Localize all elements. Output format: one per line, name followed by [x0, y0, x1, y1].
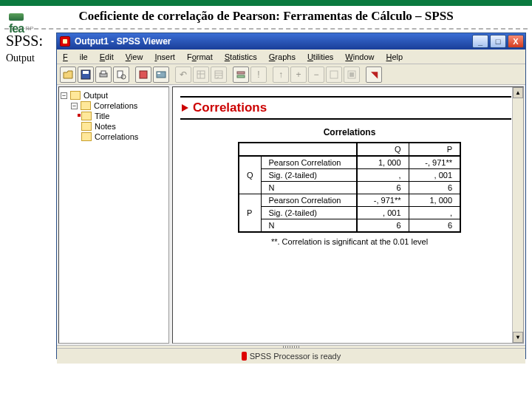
svg-rect-8 [157, 72, 160, 74]
output-pane[interactable]: Correlations Correlations Q P Q Pearson … [172, 86, 524, 344]
variables-icon[interactable] [233, 66, 249, 83]
scroll-down-icon[interactable]: ▼ [513, 332, 523, 343]
menu-graphs[interactable]: Graphs [263, 52, 301, 61]
tree-node-notes[interactable]: Notes [61, 121, 167, 132]
menu-insert[interactable]: Insert [149, 52, 181, 61]
vertical-scrollbar[interactable]: ▲ ▼ [512, 87, 523, 343]
viewer-body: −Output −Correlations Title Notes Correl… [57, 85, 525, 345]
minimize-button[interactable]: _ [472, 35, 488, 48]
row-var-p: P [239, 194, 261, 233]
spss-viewer-window: Output1 - SPSS Viewer _ □ X File Edit Vi… [56, 33, 526, 359]
show-icon[interactable] [344, 66, 360, 83]
svg-rect-6 [140, 71, 147, 78]
val-q-q-pearson: 1, 000 [357, 156, 409, 169]
save-icon[interactable] [78, 66, 94, 83]
menu-view[interactable]: View [120, 52, 149, 61]
col-q: Q [357, 143, 409, 156]
tree-node-output[interactable]: −Output [61, 90, 167, 100]
slide-title: Coeficiente de correlação de Pearson: Fe… [0, 6, 532, 28]
val-q-p-sig: , 001 [409, 169, 460, 182]
window-title: Output1 - SPSS Viewer [75, 36, 171, 47]
label-output: Output [6, 52, 56, 64]
designate-icon[interactable] [326, 66, 342, 83]
undo-icon[interactable]: ↶ [175, 66, 191, 83]
dialog-recall-icon[interactable] [153, 66, 169, 83]
val-p-q-pearson: -, 971** [357, 194, 409, 207]
pin-icon [242, 352, 247, 361]
col-p: P [409, 143, 460, 156]
menu-edit[interactable]: Edit [94, 52, 120, 61]
stat-pearson: Pearson Correlation [261, 156, 357, 169]
divider [4, 28, 528, 30]
menu-file[interactable]: File [57, 52, 94, 61]
val-q-p-n: 6 [409, 182, 460, 194]
row-var-q: Q [239, 156, 261, 194]
stat-sig-2: Sig. (2-tailed) [261, 207, 357, 219]
menu-window[interactable]: Window [339, 52, 380, 61]
slide-accent-bar [0, 0, 532, 6]
status-text: SPSS Processor is ready [250, 352, 341, 361]
table-footnote: **. Correlation is significant at the 0.… [180, 237, 519, 246]
print-icon[interactable] [95, 66, 112, 83]
svg-rect-9 [197, 71, 205, 78]
close-button[interactable]: X [508, 35, 524, 48]
arrow-right-icon [182, 104, 188, 112]
grip-icon [283, 346, 299, 348]
app-icon [60, 36, 70, 47]
val-q-p-pearson: -, 971** [409, 156, 460, 169]
status-bar: SPSS Processor is ready [57, 349, 525, 364]
val-p-q-sig: , 001 [357, 207, 409, 219]
val-q-q-n: 6 [357, 182, 409, 194]
val-p-p-pearson: 1, 000 [409, 194, 460, 207]
tree-node-title[interactable]: Title [61, 111, 167, 121]
outline-tree[interactable]: −Output −Correlations Title Notes Correl… [58, 86, 169, 344]
output-heading[interactable]: Correlations [180, 96, 511, 120]
svg-rect-4 [117, 71, 123, 78]
svg-rect-12 [237, 75, 245, 78]
goto-data-icon[interactable] [193, 66, 209, 83]
maximize-button[interactable]: □ [490, 35, 506, 48]
val-p-q-n: 6 [357, 219, 409, 233]
stat-n-2: N [261, 219, 357, 233]
val-q-q-sig: , [357, 169, 409, 182]
stat-pearson-2: Pearson Correlation [261, 194, 357, 207]
menu-help[interactable]: Help [381, 52, 409, 61]
toolbar: ↶ ! ↑ + − ◥ [57, 64, 525, 85]
insert-heading-icon[interactable]: ◥ [366, 66, 382, 83]
menu-format[interactable]: Format [181, 52, 219, 61]
stat-sig: Sig. (2-tailed) [261, 169, 357, 182]
select-last-icon[interactable]: ↑ [273, 66, 289, 83]
tree-node-correlations-table[interactable]: Correlations [61, 132, 167, 142]
correlations-table[interactable]: Q P Q Pearson Correlation 1, 000 -, 971*… [238, 142, 461, 233]
window-titlebar[interactable]: Output1 - SPSS Viewer _ □ X [57, 33, 525, 50]
minus-icon[interactable]: − [308, 66, 324, 83]
scroll-up-icon[interactable]: ▲ [513, 87, 523, 98]
svg-rect-11 [237, 72, 245, 74]
info-icon[interactable]: ! [250, 66, 267, 83]
logo-fea-rp: fea·RP [9, 13, 61, 41]
open-icon[interactable] [60, 66, 76, 83]
tree-node-correlations[interactable]: −Correlations [61, 100, 167, 111]
val-p-p-sig: , [409, 207, 460, 219]
svg-rect-13 [330, 71, 338, 78]
table-title: Correlations [180, 127, 519, 137]
print-preview-icon[interactable] [113, 66, 129, 83]
svg-rect-15 [349, 72, 354, 77]
export-icon[interactable] [135, 66, 151, 83]
plus-icon[interactable]: + [290, 66, 307, 83]
svg-rect-1 [83, 71, 89, 74]
menubar[interactable]: File Edit View Insert Format Statistics … [57, 50, 525, 64]
stat-n: N [261, 182, 357, 194]
val-p-p-n: 6 [409, 219, 460, 233]
goto-case-icon[interactable] [211, 66, 227, 83]
svg-rect-3 [101, 71, 106, 74]
menu-statistics[interactable]: Statistics [219, 52, 263, 61]
menu-utilities[interactable]: Utilities [301, 52, 339, 61]
